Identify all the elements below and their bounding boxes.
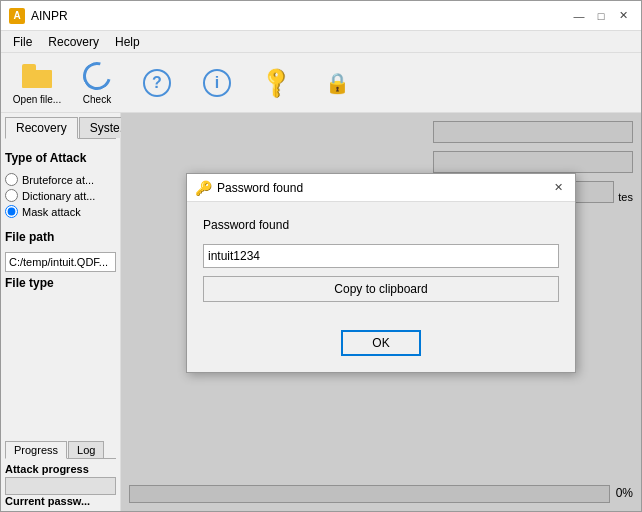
radio-dictionary[interactable]: Dictionary att...	[5, 189, 116, 202]
file-type-label: File type	[5, 276, 116, 290]
dialog-close-button[interactable]: ✕	[549, 179, 567, 197]
check-button[interactable]: Check	[69, 57, 125, 109]
dialog-ok-button[interactable]: OK	[341, 330, 421, 356]
radio-bruteforce[interactable]: Bruteforce at...	[5, 173, 116, 186]
dialog-body: Password found Copy to clipboard	[187, 202, 575, 318]
folder-icon	[21, 60, 53, 92]
tab-progress[interactable]: Progress	[5, 441, 67, 459]
dialog-password-input[interactable]	[203, 244, 559, 268]
lock-icon: 🔒	[321, 67, 353, 99]
menu-file[interactable]: File	[5, 33, 40, 51]
copy-to-clipboard-button[interactable]: Copy to clipboard	[203, 276, 559, 302]
tab-log[interactable]: Log	[68, 441, 104, 458]
attack-type-group: Bruteforce at... Dictionary att... Mask …	[5, 173, 116, 218]
radio-mask[interactable]: Mask attack	[5, 205, 116, 218]
dialog-title-left: 🔑 Password found	[195, 180, 303, 196]
minimize-button[interactable]: —	[569, 6, 589, 26]
current-password-label: Current passw...	[5, 495, 116, 507]
tab-recovery[interactable]: Recovery	[5, 117, 78, 139]
bottom-section: Progress Log Attack progress Current pas…	[5, 441, 116, 507]
dialog-field-label: Password found	[203, 218, 559, 232]
question-icon: ?	[141, 67, 173, 99]
lock-button[interactable]: 🔒	[309, 57, 365, 109]
modal-overlay: 🔑 Password found ✕ Password found Copy t…	[121, 113, 641, 511]
title-bar: A AINPR — □ ✕	[1, 1, 641, 31]
file-path-input[interactable]	[5, 252, 116, 272]
attack-progress-bar	[5, 477, 116, 495]
toolbar: Open file... Check ? i 🔑 🔒	[1, 53, 641, 113]
menu-help[interactable]: Help	[107, 33, 148, 51]
dialog-password-found: 🔑 Password found ✕ Password found Copy t…	[186, 173, 576, 373]
menu-recovery[interactable]: Recovery	[40, 33, 107, 51]
main-window: A AINPR — □ ✕ File Recovery Help Open fi…	[0, 0, 642, 512]
key-icon: 🔑	[261, 67, 293, 99]
help-question-button[interactable]: ?	[129, 57, 185, 109]
window-close-button[interactable]: ✕	[613, 6, 633, 26]
dialog-footer: OK	[187, 318, 575, 372]
file-path-section-label: File path	[5, 230, 116, 244]
progress-tab-bar: Progress Log	[5, 441, 116, 459]
info-button[interactable]: i	[189, 57, 245, 109]
info-icon: i	[201, 67, 233, 99]
key-button[interactable]: 🔑	[249, 57, 305, 109]
title-controls: — □ ✕	[569, 6, 633, 26]
maximize-button[interactable]: □	[591, 6, 611, 26]
main-content: Recovery Syste... Type of Attack Brutefo…	[1, 113, 641, 511]
attack-progress-label: Attack progress	[5, 463, 116, 475]
dialog-key-icon: 🔑	[195, 180, 211, 196]
dialog-title-text: Password found	[217, 181, 303, 195]
right-panel: tes 0% 🔑 Password found	[121, 113, 641, 511]
title-bar-left: A AINPR	[9, 8, 68, 24]
dialog-title-bar: 🔑 Password found ✕	[187, 174, 575, 202]
left-panel: Recovery Syste... Type of Attack Brutefo…	[1, 113, 121, 511]
main-tab-bar: Recovery Syste...	[5, 117, 116, 139]
refresh-icon	[81, 60, 113, 92]
window-title: AINPR	[31, 9, 68, 23]
app-icon: A	[9, 8, 25, 24]
menu-bar: File Recovery Help	[1, 31, 641, 53]
open-file-button[interactable]: Open file...	[9, 57, 65, 109]
attack-type-label: Type of Attack	[5, 151, 116, 165]
